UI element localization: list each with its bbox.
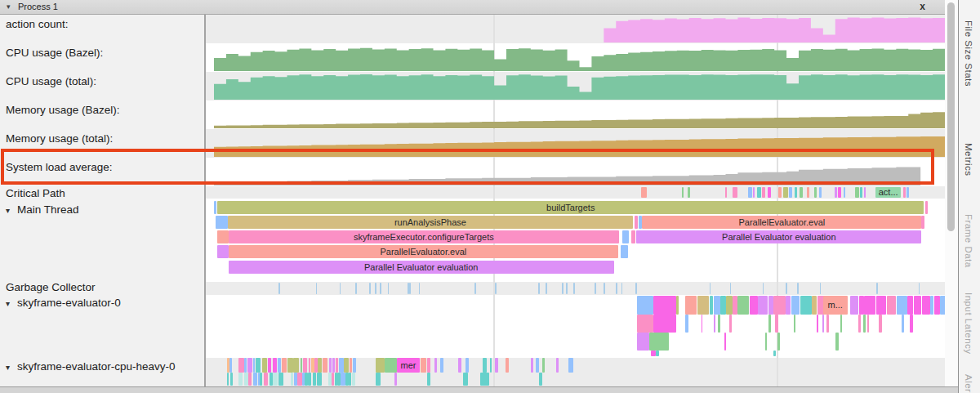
trace-slice-small[interactable] [921, 216, 924, 229]
trace-slice-small[interactable] [682, 187, 684, 198]
trace-slice-small[interactable] [858, 315, 861, 333]
trace-slice[interactable]: ParallelEvaluator.eval [642, 216, 921, 229]
trace-slice-small[interactable] [919, 283, 920, 294]
trace-slice-small[interactable] [685, 296, 697, 315]
trace-slice-small[interactable] [791, 296, 800, 315]
trace-slice-small[interactable] [817, 315, 818, 333]
counter-chart[interactable] [214, 16, 945, 42]
trace-slice-small[interactable] [332, 373, 333, 386]
trace-slice[interactable]: act... [875, 187, 901, 198]
trace-slice-small[interactable] [341, 373, 345, 386]
trace-slice-small[interactable] [536, 358, 539, 373]
trace-slice-small[interactable] [427, 373, 430, 386]
trace-slice-small[interactable] [860, 187, 862, 198]
trace-slice-small[interactable] [313, 373, 316, 386]
trace-slice-small[interactable] [229, 358, 232, 373]
trace-slice-small[interactable] [616, 283, 617, 294]
trace-slice-small[interactable] [483, 358, 486, 373]
trace-slice-small[interactable] [353, 358, 356, 373]
trace-slice-small[interactable] [864, 187, 866, 198]
trace-slice-small[interactable] [546, 283, 547, 294]
trace-slice-small[interactable] [463, 373, 468, 386]
trace-slice-small[interactable] [329, 358, 332, 373]
trace-slice-small[interactable] [253, 373, 257, 386]
trace-slice-small[interactable] [270, 373, 273, 386]
trace-slice[interactable]: runAnalysisPhase [228, 216, 633, 229]
trace-slice-small[interactable] [710, 283, 711, 294]
trace-slice-small[interactable] [783, 187, 787, 198]
trace-slice-small[interactable] [474, 283, 476, 294]
trace-slice-small[interactable] [887, 296, 897, 315]
counter-chart[interactable] [214, 159, 945, 185]
trace-slice-small[interactable] [910, 315, 913, 333]
counter-chart[interactable] [214, 74, 945, 100]
collapse-arrow-icon[interactable]: ▾ [6, 206, 10, 215]
trace-slice-small[interactable] [733, 296, 737, 315]
trace-slice-small[interactable] [748, 187, 751, 198]
trace-slice-small[interactable] [797, 283, 799, 294]
collapse-arrow-icon[interactable]: ▾ [6, 363, 10, 372]
trace-slice-small[interactable] [490, 358, 492, 373]
trace-slice-small[interactable] [273, 358, 277, 373]
trace-slice-small[interactable] [604, 283, 605, 294]
trace-slice-small[interactable] [758, 296, 768, 315]
trace-slice-small[interactable] [217, 230, 229, 243]
trace-slice-small[interactable] [376, 358, 385, 373]
trace-slice-small[interactable] [850, 296, 859, 315]
trace-slice-small[interactable] [375, 283, 376, 294]
trace-slice-small[interactable] [495, 358, 498, 373]
trace-slice-small[interactable] [653, 315, 676, 333]
trace-slice-small[interactable] [724, 333, 726, 351]
trace-slice-small[interactable] [835, 333, 838, 351]
trace-slice-small[interactable] [480, 373, 490, 386]
vertical-scrollbar-thumb[interactable] [947, 2, 955, 231]
trace-slice-small[interactable] [768, 315, 772, 333]
trace-slice-small[interactable] [538, 283, 540, 294]
trace-slice-small[interactable] [710, 296, 714, 315]
trace-slice-small[interactable] [807, 187, 810, 198]
trace-slice-small[interactable] [217, 245, 229, 258]
trace-slice-small[interactable] [720, 296, 726, 315]
process-header[interactable]: ▾ Process 1 x [0, 0, 945, 15]
trace-slice-small[interactable] [260, 373, 262, 386]
trace-slice-small[interactable] [293, 358, 299, 373]
trace-slice-small[interactable] [227, 373, 229, 386]
trace-slice-small[interactable] [930, 296, 933, 315]
timeline-canvas[interactable]: act...buildTargetsrunAnalysisPhaseParall… [206, 15, 945, 386]
trace-slice-small[interactable] [394, 373, 397, 386]
trace-slice-small[interactable] [814, 187, 817, 198]
trace-slice-small[interactable] [649, 333, 668, 351]
trace-slice-small[interactable] [730, 283, 732, 294]
trace-slice-small[interactable] [765, 333, 768, 351]
trace-slice-small[interactable] [794, 315, 795, 333]
trace-slice-small[interactable] [303, 358, 307, 373]
trace-slice-small[interactable] [762, 187, 765, 198]
trace-slice-small[interactable] [800, 296, 811, 315]
side-tab-alerts[interactable]: Alerts [964, 374, 973, 393]
trace-slice-small[interactable] [248, 373, 252, 386]
trace-slice[interactable]: skyframeExecutor.configureTargets [229, 230, 619, 243]
trace-slice-small[interactable] [789, 187, 792, 198]
trace-slice-small[interactable] [238, 373, 243, 386]
side-tab-frame-data[interactable]: Frame Data [964, 214, 973, 268]
trace-slice-small[interactable] [262, 358, 267, 373]
trace-slice-small[interactable] [409, 283, 411, 294]
trace-slice-small[interactable] [757, 187, 761, 198]
horizontal-scrollbar[interactable] [0, 386, 958, 393]
trace-slice-small[interactable] [253, 358, 256, 373]
trace-slice-small[interactable] [641, 187, 647, 198]
trace-slice-small[interactable] [820, 283, 822, 294]
trace-slice-small[interactable] [768, 296, 773, 315]
trace-slice-small[interactable] [786, 296, 791, 315]
trace-slice-small[interactable] [621, 245, 628, 258]
trace-slice-small[interactable] [317, 373, 322, 386]
trace-slice-small[interactable] [352, 373, 355, 386]
counter-chart[interactable] [214, 131, 945, 157]
trace-slice-small[interactable] [282, 358, 287, 373]
trace-slice-small[interactable] [903, 187, 906, 198]
trace-slice-small[interactable] [855, 187, 859, 198]
trace-slice-small[interactable] [697, 296, 709, 315]
trace-slice-small[interactable] [595, 283, 596, 294]
trace-slice-small[interactable] [318, 358, 321, 373]
trace-slice-small[interactable] [466, 358, 469, 373]
